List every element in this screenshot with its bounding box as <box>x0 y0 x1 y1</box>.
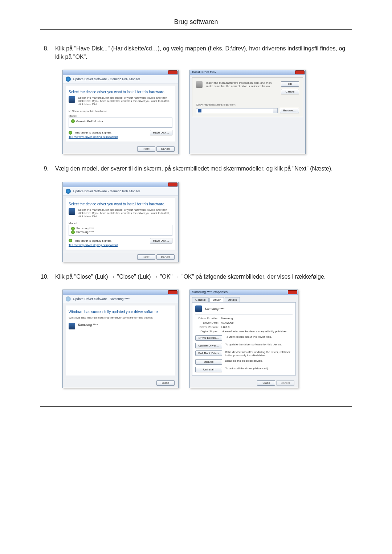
floppy-icon <box>196 81 203 88</box>
hint-text: Select the manufacturer and model of you… <box>78 96 172 106</box>
step-text-8: Klik på "Have Disk..." (Har diskette/cd…… <box>55 44 352 61</box>
dialog-title: Samsung **** Properties <box>192 290 228 294</box>
tab-driver[interactable]: Driver <box>209 297 224 302</box>
close-icon[interactable] <box>288 290 297 294</box>
chevron-down-icon[interactable] <box>273 108 277 113</box>
dialog-heading: Windows has successfully updated your dr… <box>69 310 172 314</box>
model-label: Model <box>69 222 172 225</box>
back-icon <box>66 296 71 301</box>
cert-icon <box>71 227 75 230</box>
model-item: Samsung **** <box>76 227 94 230</box>
sub-text: Windows has finished installing the driv… <box>69 316 172 319</box>
version-value: 2.0.0.0 <box>221 325 229 329</box>
step-number-8: 8. <box>40 44 49 53</box>
device-icon <box>69 96 75 103</box>
driver-details-desc: To view details about the driver files. <box>225 335 272 338</box>
next-button[interactable]: Next <box>137 254 155 260</box>
update-driver-desc: To update the driver software for this d… <box>225 343 282 346</box>
signing-link[interactable]: Tell me why driver signing is important <box>69 243 172 247</box>
signing-link[interactable]: Tell me why driver signing is important <box>69 135 172 139</box>
dialog-driver-properties: Samsung **** Properties General Driver D… <box>189 290 298 388</box>
have-disk-button[interactable]: Have Disk… <box>150 238 172 243</box>
model-item: Generic PnP Monitor <box>76 120 103 123</box>
step-text-10: Klik på "Close" (Luk) → "Close" (Luk) → … <box>55 272 326 281</box>
provider-value: Samsung <box>221 317 233 320</box>
install-msg: Insert the manufacturer's installation d… <box>206 81 277 88</box>
device-name: Samsung **** <box>78 323 98 327</box>
model-list[interactable]: Samsung **** Samsung **** <box>69 225 172 236</box>
update-driver-button[interactable]: Update Driver… <box>195 343 222 348</box>
provider-label: Driver Provider: <box>195 317 221 320</box>
step-number-9: 9. <box>40 164 49 173</box>
uninstall-desc: To uninstall the driver (Advanced). <box>225 367 269 370</box>
model-item: Samsung **** <box>76 230 94 234</box>
footer-rule <box>40 406 352 407</box>
tab-details[interactable]: Details <box>225 297 240 302</box>
cancel-button[interactable]: Cancel <box>156 254 175 260</box>
browse-button[interactable]: Browse… <box>280 108 299 113</box>
cert-icon <box>71 230 75 234</box>
model-label: Model <box>69 114 172 118</box>
breadcrumb: Update Driver Software - Generic PnP Mon… <box>73 189 140 193</box>
dialog-install-from-disk: Install From Disk Insert the manufacture… <box>189 70 306 154</box>
device-name: Samsung **** <box>205 307 225 311</box>
roll-back-button[interactable]: Roll Back Driver <box>195 350 222 356</box>
signed-text: This driver is digitally signed. <box>74 239 111 242</box>
dialog-heading: Select the device driver you want to ins… <box>69 90 172 94</box>
driver-details-button[interactable]: Driver Details… <box>195 335 222 341</box>
step-text-9: Vælg den model, der svarer til din skærm… <box>55 164 333 173</box>
signed-text: This driver is digitally signed. <box>74 131 111 134</box>
cert-icon <box>69 131 72 135</box>
dialog-title: Install From Disk <box>192 70 216 74</box>
step-number-10: 10. <box>40 272 49 281</box>
dialog-select-driver-2: Update Driver Software - Generic PnP Mon… <box>62 182 179 262</box>
disable-desc: Disables the selected device. <box>225 359 263 362</box>
close-button[interactable]: Close <box>257 380 275 386</box>
device-icon <box>195 305 202 312</box>
cancel-button[interactable]: Cancel <box>281 89 299 94</box>
dialog-heading: Select the device driver you want to ins… <box>69 202 172 206</box>
show-compatible-label: ☑ <box>69 110 72 113</box>
signer-value: microsoft windows hardware compatibility… <box>221 330 287 333</box>
dialog-update-success: Update Driver Software - Samsung **** Wi… <box>62 290 179 388</box>
close-icon[interactable] <box>168 70 177 74</box>
tab-general[interactable]: General <box>192 297 209 302</box>
disable-button[interactable]: Disable <box>195 359 222 365</box>
signer-label: Digital Signer: <box>195 330 221 333</box>
model-list[interactable]: Generic PnP Monitor <box>69 118 172 128</box>
path-combo[interactable] <box>196 108 278 113</box>
header-rule <box>40 29 352 30</box>
close-icon[interactable] <box>168 182 177 186</box>
back-icon[interactable] <box>66 77 71 82</box>
close-icon[interactable] <box>295 70 305 74</box>
have-disk-button[interactable]: Have Disk… <box>150 130 172 135</box>
device-icon <box>69 208 75 215</box>
page-title: Brug softwaren <box>40 18 352 29</box>
hint-text: Select the manufacturer and model of you… <box>78 208 172 218</box>
cert-icon <box>71 119 75 123</box>
roll-back-desc: If the device fails after updating the d… <box>225 350 293 357</box>
next-button[interactable]: Next <box>137 146 155 152</box>
back-icon[interactable] <box>66 189 71 194</box>
uninstall-button[interactable]: Uninstall <box>195 367 222 372</box>
drive-icon <box>198 109 201 112</box>
breadcrumb: Update Driver Software - Samsung **** <box>73 297 130 301</box>
close-icon[interactable] <box>168 290 177 294</box>
cancel-button[interactable]: Cancel <box>156 146 175 152</box>
close-button[interactable]: Close <box>156 380 175 386</box>
copy-from-label: Copy manufacturer's files from: <box>196 103 299 106</box>
date-label: Driver Date: <box>195 321 221 324</box>
cancel-button: Cancel <box>276 380 294 386</box>
show-compatible-text: Show compatible hardware <box>72 110 107 113</box>
device-icon <box>69 323 75 329</box>
version-label: Driver Version: <box>195 325 221 329</box>
breadcrumb: Update Driver Software - Generic PnP Mon… <box>73 77 140 81</box>
dialog-select-driver-1: Update Driver Software - Generic PnP Mon… <box>62 70 179 154</box>
cert-icon <box>69 239 72 242</box>
date-value: 4/14/2005 <box>221 321 234 324</box>
ok-button[interactable]: OK <box>281 81 299 87</box>
